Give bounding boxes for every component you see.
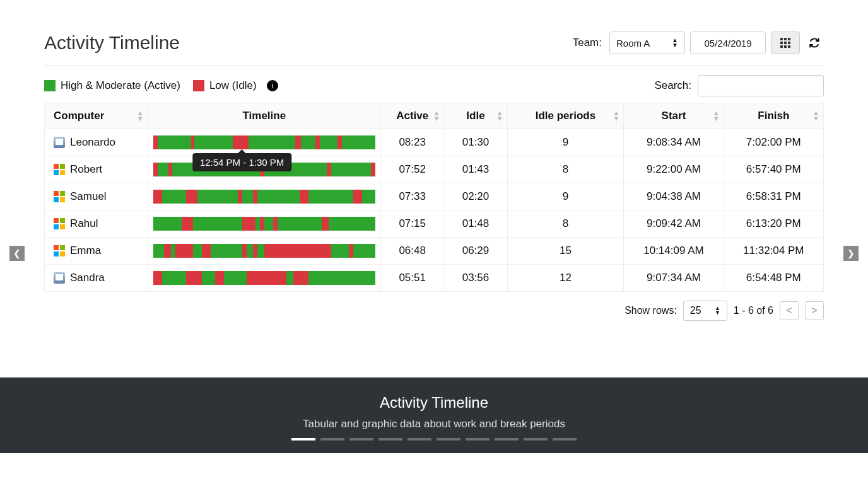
timeline-segment-idle[interactable] — [253, 244, 257, 258]
timeline-segment-active[interactable] — [255, 217, 260, 231]
footer-subtitle: Tabular and graphic data about work and … — [0, 418, 868, 430]
timeline-segment-idle[interactable] — [242, 244, 247, 258]
timeline-segment-active[interactable] — [342, 135, 375, 149]
timeline-segment-active[interactable] — [329, 217, 375, 231]
search-input[interactable] — [698, 75, 824, 96]
timeline-segment-idle[interactable] — [153, 271, 162, 285]
col-finish[interactable]: Finish — [724, 103, 823, 129]
col-idle-periods[interactable]: Idle periods — [507, 103, 624, 129]
refresh-button[interactable] — [805, 32, 824, 54]
timeline-segment-active[interactable] — [193, 217, 242, 231]
timeline-segment-active[interactable] — [193, 244, 202, 258]
col-start[interactable]: Start — [624, 103, 724, 129]
carousel-next-button[interactable]: ❯ — [843, 246, 859, 261]
timeline-segment-idle[interactable] — [153, 163, 158, 176]
timeline-segment-active[interactable] — [278, 217, 322, 231]
timeline-segment-idle[interactable] — [242, 217, 255, 231]
date-input[interactable]: 05/24/2019 — [690, 32, 766, 54]
timeline-bar[interactable] — [153, 217, 375, 231]
timeline-segment-active[interactable] — [362, 190, 375, 204]
timeline-segment-idle[interactable] — [349, 244, 353, 258]
timeline-segment-idle[interactable] — [247, 271, 286, 285]
timeline-segment-active[interactable] — [257, 244, 264, 258]
timeline-segment-active[interactable] — [211, 244, 242, 258]
timeline-segment-idle[interactable] — [164, 244, 171, 258]
timeline-segment-idle[interactable] — [186, 271, 202, 285]
timeline-segment-active[interactable] — [158, 163, 169, 176]
timeline-segment-active[interactable] — [162, 190, 187, 204]
carousel-dot[interactable] — [378, 438, 402, 441]
timeline-segment-active[interactable] — [202, 271, 215, 285]
timeline-segment-active[interactable] — [257, 190, 300, 204]
timeline-segment-idle[interactable] — [353, 190, 362, 204]
timeline-segment-idle[interactable] — [264, 244, 331, 258]
prev-page-button[interactable]: < — [780, 301, 799, 320]
timeline-segment-idle[interactable] — [295, 135, 301, 149]
timeline-segment-idle[interactable] — [322, 217, 329, 231]
timeline-segment-active[interactable] — [224, 271, 246, 285]
timeline-segment-active[interactable] — [247, 244, 254, 258]
team-select[interactable]: Room A ▲▼ — [609, 32, 685, 54]
timeline-segment-active[interactable] — [308, 190, 353, 204]
carousel-dot[interactable] — [553, 438, 577, 441]
timeline-segment-active[interactable] — [153, 217, 182, 231]
col-computer[interactable]: Computer — [45, 103, 148, 129]
timeline-segment-active[interactable] — [331, 163, 371, 176]
timeline-segment-idle[interactable] — [273, 217, 278, 231]
timeline-segment-idle[interactable] — [215, 271, 224, 285]
timeline-segment-idle[interactable] — [153, 190, 162, 204]
timeline-segment-active[interactable] — [158, 135, 191, 149]
carousel-dot[interactable] — [320, 438, 344, 441]
timeline-segment-idle[interactable] — [182, 217, 193, 231]
timeline-segment-idle[interactable] — [300, 190, 308, 204]
timeline-segment-idle[interactable] — [202, 244, 211, 258]
carousel-dot[interactable] — [437, 438, 460, 441]
search-label: Search: — [654, 79, 691, 92]
carousel-dot[interactable] — [349, 438, 373, 441]
col-idle[interactable]: Idle — [444, 103, 507, 129]
timeline-segment-active[interactable] — [171, 244, 175, 258]
carousel-dot[interactable] — [466, 438, 490, 441]
timeline-segment-idle[interactable] — [315, 135, 320, 149]
svg-rect-7 — [784, 45, 787, 48]
timeline-segment-idle[interactable] — [153, 135, 158, 149]
carousel-dot[interactable] — [291, 438, 315, 441]
timeline-segment-idle[interactable] — [337, 135, 342, 149]
next-page-button[interactable]: > — [805, 301, 824, 320]
timeline-bar[interactable] — [153, 244, 375, 258]
timeline-segment-active[interactable] — [331, 244, 349, 258]
timeline-segment-idle[interactable] — [327, 163, 331, 176]
carousel-dot[interactable] — [495, 438, 519, 441]
col-active[interactable]: Active — [381, 103, 444, 129]
timeline-segment-idle[interactable] — [253, 190, 257, 204]
timeline-segment-idle[interactable] — [371, 163, 375, 176]
carousel-prev-button[interactable]: ❮ — [9, 246, 25, 261]
timeline-segment-active[interactable] — [197, 190, 237, 204]
timeline-segment-idle[interactable] — [293, 271, 309, 285]
timeline-segment-active[interactable] — [301, 135, 315, 149]
carousel-dot[interactable] — [524, 438, 548, 441]
timeline-segment-idle[interactable] — [233, 135, 249, 149]
timeline-bar[interactable] — [153, 271, 375, 285]
rows-per-page-select[interactable]: 25 ▲▼ — [683, 301, 727, 321]
timeline-bar[interactable]: 12:54 PM - 1:30 PM — [153, 135, 375, 149]
timeline-segment-active[interactable] — [194, 135, 233, 149]
timeline-bar[interactable] — [153, 190, 375, 204]
timeline-segment-idle[interactable] — [175, 244, 193, 258]
timeline-segment-active[interactable] — [153, 244, 165, 258]
timeline-segment-active[interactable] — [249, 135, 295, 149]
grid-view-button[interactable] — [771, 32, 800, 54]
carousel-dot[interactable] — [408, 438, 431, 441]
timeline-segment-active[interactable] — [264, 217, 273, 231]
sort-icon — [433, 110, 440, 122]
timeline-segment-active[interactable] — [353, 244, 375, 258]
timeline-segment-active[interactable] — [162, 271, 187, 285]
timeline-segment-idle[interactable] — [260, 217, 264, 231]
timeline-segment-idle[interactable] — [238, 190, 242, 204]
info-icon[interactable]: i — [267, 80, 278, 91]
timeline-segment-active[interactable] — [242, 190, 254, 204]
timeline-segment-active[interactable] — [320, 135, 337, 149]
timeline-segment-active[interactable] — [308, 271, 375, 285]
timeline-segment-idle[interactable] — [186, 190, 197, 204]
timeline-segment-active[interactable] — [286, 271, 293, 285]
